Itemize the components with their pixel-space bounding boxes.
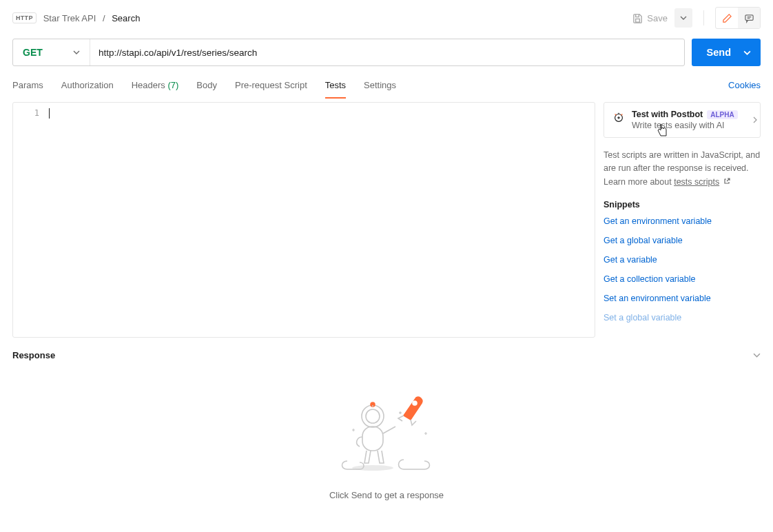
http-badge: HTTP (12, 12, 37, 23)
send-dropdown[interactable] (743, 50, 751, 55)
tab-settings[interactable]: Settings (364, 73, 396, 97)
tab-authorization[interactable]: Authorization (61, 73, 114, 97)
chevron-down-icon (73, 50, 80, 54)
svg-rect-0 (636, 19, 640, 22)
tab-prerequest[interactable]: Pre-request Script (235, 73, 307, 97)
editor-cursor (49, 108, 50, 119)
tests-help-text: Test scripts are written in JavaScript, … (604, 149, 761, 189)
code-area[interactable] (48, 103, 595, 337)
svg-rect-4 (362, 427, 383, 451)
snippet-get-global-var[interactable]: Get a global variable (604, 236, 761, 245)
editor-gutter: 1 (13, 103, 48, 337)
line-number: 1 (13, 108, 39, 118)
url-bar: GET (12, 39, 685, 66)
response-toggle[interactable] (753, 353, 761, 358)
chevron-down-icon (680, 16, 687, 20)
tab-tests[interactable]: Tests (325, 73, 346, 97)
tab-headers-count: (7) (167, 80, 178, 90)
breadcrumb-parent[interactable]: Star Trek API (43, 13, 96, 23)
tab-params[interactable]: Params (12, 73, 43, 97)
svg-point-6 (366, 409, 380, 423)
divider (703, 10, 704, 25)
send-button[interactable]: Send (692, 39, 761, 66)
method-label: GET (23, 47, 43, 58)
comment-icon (744, 13, 754, 23)
save-button[interactable]: Save (626, 9, 674, 28)
svg-point-8 (413, 401, 417, 405)
pencil-icon (722, 13, 732, 23)
external-link-icon (723, 178, 730, 185)
tab-body[interactable]: Body (196, 73, 217, 97)
save-label: Save (647, 13, 668, 23)
tab-headers[interactable]: Headers (7) (132, 73, 179, 97)
chevron-down-icon (743, 50, 751, 55)
snippet-set-env-var[interactable]: Set an environment variable (604, 294, 761, 303)
edit-button[interactable] (716, 8, 738, 28)
postbot-card[interactable]: Test with Postbot ALPHA Write tests easi… (604, 102, 761, 138)
snippet-get-collection-var[interactable]: Get a collection variable (604, 274, 761, 284)
chevron-right-icon (753, 116, 757, 123)
alpha-badge: ALPHA (707, 110, 737, 119)
svg-rect-1 (745, 14, 752, 20)
snippet-get-var[interactable]: Get a variable (604, 255, 761, 265)
response-title: Response (12, 350, 55, 360)
response-empty-text: Click Send to get a response (329, 490, 444, 500)
svg-point-9 (400, 412, 401, 413)
breadcrumb-current: Search (112, 13, 140, 23)
tests-editor[interactable]: 1 (12, 102, 595, 338)
postbot-icon (612, 111, 625, 123)
response-empty-state: Click Send to get a response (12, 360, 761, 532)
postbot-title: Test with Postbot (632, 110, 703, 119)
astronaut-illustration (335, 392, 438, 475)
snippet-set-global-var[interactable]: Set a global variable (604, 313, 761, 323)
breadcrumb: Star Trek API / Search (43, 13, 141, 23)
cookies-link[interactable]: Cookies (728, 80, 761, 90)
breadcrumb-separator: / (103, 13, 105, 23)
tab-headers-label: Headers (132, 80, 165, 90)
save-dropdown[interactable] (674, 8, 692, 28)
save-icon (632, 13, 643, 23)
method-select[interactable]: GET (13, 39, 90, 65)
postbot-subtitle: Write tests easily with AI (632, 121, 738, 130)
snippets-heading: Snippets (604, 200, 761, 209)
comment-button[interactable] (738, 8, 760, 28)
snippet-get-env-var[interactable]: Get an environment variable (604, 216, 761, 226)
tests-scripts-link[interactable]: tests scripts (674, 177, 719, 187)
url-input[interactable] (90, 39, 684, 65)
chevron-down-icon (753, 353, 761, 358)
send-label: Send (707, 47, 731, 58)
